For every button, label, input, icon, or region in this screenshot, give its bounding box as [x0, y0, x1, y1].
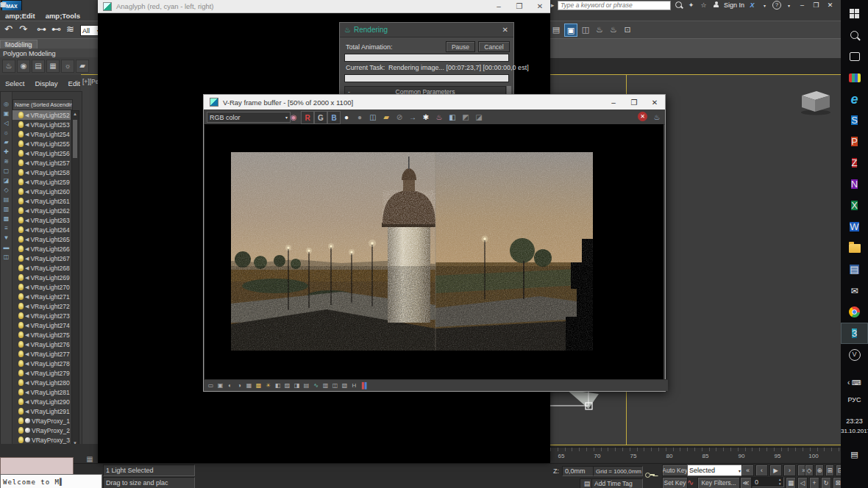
pause-button[interactable]: Pause — [446, 41, 475, 52]
list-item[interactable]: ◀ VRayLight269 — [13, 273, 71, 282]
render-teapot-icon[interactable]: ♨ — [651, 111, 663, 123]
light-lister-icon[interactable]: ☼ — [61, 60, 74, 73]
list-item[interactable]: ◀ VRayLight274 — [13, 320, 71, 330]
list-item[interactable]: ◀ VRayLight290 — [13, 397, 71, 406]
list-item[interactable]: ◀ VRayLight279 — [13, 368, 71, 378]
bind-spacewarp-icon[interactable]: ≋ — [66, 24, 79, 37]
z-coordinate-field[interactable]: 0,0mm — [562, 466, 594, 476]
render-teapot-icon[interactable]: ♨ — [2, 60, 15, 73]
levels-icon[interactable]: ▤ — [302, 381, 310, 390]
maximize-button[interactable]: ❐ — [509, 1, 530, 12]
go-to-start-button[interactable]: « — [741, 464, 754, 476]
unlink-icon[interactable]: ⊷ — [51, 24, 65, 37]
explorer-vertical-scrollbar[interactable]: ▲ ▼ — [71, 110, 79, 447]
list-item[interactable]: ◀ VRayLight267 — [13, 254, 71, 263]
rendering-dialog-titlebar[interactable]: ♨ Rendering ✕ — [340, 23, 513, 37]
channel-select[interactable]: RGB color▾ — [207, 112, 291, 123]
sign-in-link[interactable]: Sign In — [724, 1, 744, 9]
word-icon[interactable]: W — [841, 216, 868, 237]
display-helpers-icon[interactable]: ✚ — [1, 147, 11, 156]
blue-channel-icon[interactable]: B — [327, 111, 341, 124]
list-item[interactable]: ◀ VRayLight256 — [13, 148, 71, 158]
display-frozen-icon[interactable]: ▩ — [1, 214, 11, 223]
list-item[interactable]: ◀ VRayLight262 — [13, 206, 71, 215]
rendered-frame-window-icon[interactable]: ◫ — [580, 24, 591, 35]
display-materials-icon[interactable]: ◇ — [1, 185, 11, 194]
filter-icon[interactable]: ▬ — [1, 243, 11, 251]
project-folder-icon[interactable]: ▥ — [0, 1, 10, 10]
chrome-icon[interactable] — [841, 301, 868, 323]
edge-icon[interactable]: e — [841, 88, 868, 110]
communication-icon[interactable]: ✦ — [686, 1, 696, 9]
set-key-button[interactable]: Set Key — [662, 477, 688, 488]
camera-icon[interactable]: ▰ — [76, 60, 89, 73]
list-item[interactable]: ◀ VRayLight268 — [13, 263, 71, 273]
list-item[interactable]: ◀ VRayLight280 — [13, 378, 71, 387]
powerpoint-icon[interactable]: P — [841, 131, 868, 152]
chevron-down-icon[interactable]: ▾ — [760, 3, 769, 8]
menu-item[interactable]: amp;Tools — [40, 12, 85, 20]
add-time-tag[interactable]: Add Time Tag — [591, 478, 643, 488]
minimize-button[interactable]: – — [797, 1, 808, 10]
save-image-icon[interactable]: ◫ — [367, 111, 379, 123]
srgb-icon[interactable]: H — [350, 381, 358, 390]
list-item[interactable]: ◀ VRayLight263 — [13, 215, 71, 225]
list-item[interactable]: ◀ VRayLight273 — [13, 311, 71, 320]
render-online-icon[interactable]: ⊡ — [622, 24, 633, 35]
mail-icon[interactable]: ✉ — [841, 280, 868, 301]
infocenter-expand-icon[interactable]: ▸ — [550, 1, 555, 9]
background-image-icon[interactable]: ▩ — [255, 381, 263, 390]
list-item[interactable]: ◀ VRayLight270 — [13, 282, 71, 292]
key-filters-curve-icon[interactable]: ∿ — [687, 478, 694, 487]
list-item[interactable]: ◀ VRayLight277 — [13, 349, 71, 359]
media-app-icon[interactable] — [841, 67, 868, 88]
state-sets-icon[interactable]: ▤ — [550, 24, 562, 35]
display-hidden-icon[interactable]: ≡ — [1, 223, 11, 232]
maxscript-mini-listener[interactable] — [0, 457, 74, 475]
ab-left-icon[interactable]: ◩ — [460, 111, 472, 123]
list-item[interactable]: ◀ VRayLight264 — [13, 225, 71, 234]
tray-expand-icon[interactable]: ‹ ⌨ — [841, 378, 868, 387]
scene-object-cube[interactable] — [799, 90, 833, 116]
blue-doc-app-icon[interactable]: ▤ — [841, 259, 868, 280]
rgb-channels-icon[interactable]: ◉ — [288, 111, 299, 123]
clock-date[interactable]: 31.10.2017 — [841, 428, 868, 434]
light-placement-gizmo[interactable] — [550, 387, 605, 422]
key-icon[interactable] — [645, 472, 655, 478]
name-column-header[interactable]: Name (Sorted Ascending) — [13, 99, 73, 110]
list-item[interactable]: ◀ VRayLight252 — [13, 110, 71, 120]
viewport-sliver[interactable]: [+][Pe — [81, 74, 98, 445]
force-clamp-icon[interactable]: ◐ — [226, 381, 234, 390]
load-image-icon[interactable]: ▰ — [380, 111, 392, 123]
duplicate-to-max-icon[interactable]: → — [407, 111, 419, 123]
display-none-icon[interactable]: ◎ — [1, 99, 11, 108]
show-corrections-icon[interactable]: ▣ — [216, 381, 224, 390]
list-item[interactable]: ◀ VRayLight255 — [13, 139, 71, 148]
display-cameras-icon[interactable]: ▰ — [1, 137, 11, 146]
file-explorer-icon[interactable] — [841, 237, 868, 259]
onenote-icon[interactable]: N — [841, 173, 868, 195]
list-item[interactable]: ◀ VRayLight257 — [13, 158, 71, 168]
play-button[interactable]: ▶ — [769, 464, 782, 476]
pixel-aspect-icon[interactable]: ▦ — [245, 381, 253, 390]
minimize-button[interactable]: – — [488, 1, 509, 12]
icc-icon[interactable]: ▧ — [341, 381, 349, 390]
close-icon[interactable]: ✕ — [502, 26, 508, 34]
field-of-view-icon[interactable]: ◁ — [797, 477, 808, 488]
render-last-icon[interactable]: ♨ — [433, 111, 445, 123]
stop-render-icon[interactable]: ✕ — [638, 112, 647, 121]
list-item[interactable]: ◀ VRayLight278 — [13, 359, 71, 368]
list-item[interactable]: ◀ VRayLight275 — [13, 330, 71, 340]
search-icon[interactable] — [674, 1, 683, 10]
3dsmax-taskbar-icon[interactable]: 3 — [841, 323, 868, 344]
favorites-star-icon[interactable]: ☆ — [699, 1, 708, 9]
display-bones-icon[interactable]: ▤ — [1, 195, 11, 204]
vfb-titlebar[interactable]: V-Ray frame buffer - [50% of 2000 x 1100… — [204, 95, 665, 110]
explorer-menu-item[interactable]: Select — [0, 79, 29, 87]
key-filters-button[interactable]: Key Filters... — [697, 477, 740, 488]
next-frame-button[interactable]: › — [783, 464, 796, 476]
color-balance-icon[interactable]: ◨ — [293, 381, 301, 390]
maximize-button[interactable]: ❐ — [624, 96, 644, 108]
clear-image-icon[interactable]: ⊘ — [394, 111, 405, 123]
environment-icon[interactable]: ▦ — [46, 60, 60, 73]
